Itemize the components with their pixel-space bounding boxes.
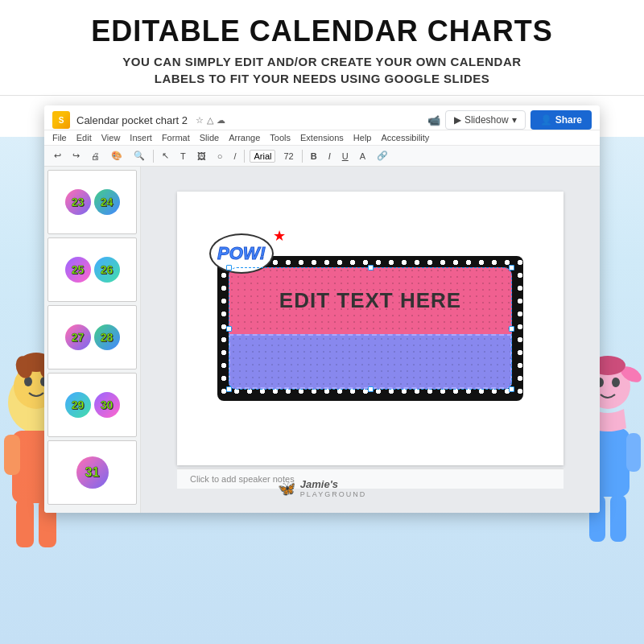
slideshow-icon: ▶ bbox=[454, 114, 461, 126]
title-icons: ☆ △ ☁ bbox=[196, 115, 225, 126]
meet-icon[interactable]: 📹 bbox=[427, 114, 440, 126]
circles-2: 25 26 bbox=[65, 257, 120, 283]
share-icon: 👤 bbox=[540, 114, 552, 126]
pow-star: ★ bbox=[273, 227, 286, 245]
circle-26: 26 bbox=[94, 257, 120, 283]
doc-title: Calendar pocket chart 2 bbox=[76, 114, 188, 126]
pow-text: POW! bbox=[217, 243, 266, 264]
toolbar-line[interactable]: / bbox=[230, 150, 239, 163]
slide-thumb-5[interactable]: 65 31 bbox=[47, 440, 137, 505]
menu-view[interactable]: View bbox=[101, 133, 121, 142]
star-icon: ☆ bbox=[196, 115, 204, 126]
slides-panel[interactable]: 61 23 24 62 25 26 63 bbox=[44, 167, 141, 513]
slide-canvas-area: EDIT TEXT HERE bbox=[141, 167, 600, 513]
pow-bubble: POW! ★ bbox=[209, 233, 282, 282]
menu-tools[interactable]: Tools bbox=[270, 133, 291, 142]
circle-29: 29 bbox=[65, 392, 91, 418]
menu-arrange[interactable]: Arrange bbox=[229, 133, 260, 142]
toolbar-print[interactable]: 🖨 bbox=[88, 150, 103, 163]
slide-thumb-4[interactable]: 64 29 30 bbox=[47, 373, 137, 437]
content-area: EDITABLE CALENDAR CHARTS YOU CAN SIMPLY … bbox=[0, 0, 644, 513]
page-wrapper: EDITABLE CALENDAR CHARTS YOU CAN SIMPLY … bbox=[0, 0, 644, 644]
toolbar-redo[interactable]: ↪ bbox=[69, 149, 83, 163]
logo-sub: PLAYGROUND bbox=[300, 490, 366, 498]
menu-edit[interactable]: Edit bbox=[76, 133, 92, 142]
circle-28: 28 bbox=[94, 324, 120, 350]
pow-cloud: POW! bbox=[209, 233, 274, 274]
circles-3: 27 28 bbox=[65, 324, 120, 350]
slides-mockup: S Calendar pocket chart 2 ☆ △ ☁ 📹 ▶ Slid… bbox=[44, 105, 600, 513]
slideshow-label: Slideshow bbox=[464, 114, 509, 126]
toolbar-textbox[interactable]: T bbox=[177, 150, 189, 163]
circles-1: 23 24 bbox=[65, 189, 120, 215]
toolbar-image[interactable]: 🖼 bbox=[194, 150, 209, 163]
toolbar-italic[interactable]: I bbox=[325, 150, 334, 163]
slide-thumb-2[interactable]: 62 25 26 bbox=[47, 237, 137, 302]
font-size[interactable]: 72 bbox=[280, 150, 296, 163]
slides-main: 61 23 24 62 25 26 63 bbox=[44, 167, 600, 513]
subtitle-line1: YOU CAN SIMPLY EDIT AND/OR CREATE YOUR O… bbox=[122, 55, 521, 68]
slideshow-button[interactable]: ▶ Slideshow ▾ bbox=[445, 110, 526, 130]
circle-30: 30 bbox=[94, 392, 120, 418]
slides-titlebar: S Calendar pocket chart 2 ☆ △ ☁ 📹 ▶ Slid… bbox=[44, 105, 600, 130]
toolbar-text-color[interactable]: A bbox=[357, 150, 369, 163]
share-button[interactable]: 👤 Share bbox=[530, 110, 592, 130]
header-right: 📹 ▶ Slideshow ▾ 👤 Share bbox=[427, 110, 592, 130]
subtitle-line2: LABELS TO FIT YOUR NEEDS USING GOOGLE SL… bbox=[155, 72, 490, 85]
circle-31: 31 bbox=[76, 456, 109, 489]
menu-insert[interactable]: Insert bbox=[130, 133, 152, 142]
menu-format[interactable]: Format bbox=[162, 133, 190, 142]
circle-27: 27 bbox=[65, 324, 91, 350]
toolbar-cursor[interactable]: ↖ bbox=[159, 149, 172, 163]
slide-canvas: EDIT TEXT HERE bbox=[177, 192, 564, 465]
sep3 bbox=[302, 150, 303, 163]
circle-23: 23 bbox=[65, 189, 91, 215]
slide-thumb-3[interactable]: 63 27 28 bbox=[47, 305, 137, 369]
logo-area: 🦋 Jamie's PLAYGROUND bbox=[278, 478, 366, 498]
sep2 bbox=[244, 150, 245, 163]
sep1 bbox=[153, 150, 154, 163]
slide-thumb-1[interactable]: 61 23 24 bbox=[47, 170, 137, 234]
circle-24: 24 bbox=[94, 189, 120, 215]
butterfly-icon: 🦋 bbox=[278, 480, 295, 497]
menu-extensions[interactable]: Extensions bbox=[300, 133, 344, 142]
card-inner: EDIT TEXT HERE bbox=[229, 267, 512, 390]
speaker-notes[interactable]: Click to add speaker notes bbox=[177, 469, 564, 489]
menu-file[interactable]: File bbox=[52, 133, 67, 142]
circle-25: 25 bbox=[65, 257, 91, 283]
label-card[interactable]: EDIT TEXT HERE bbox=[217, 256, 523, 401]
circles-5: 31 bbox=[76, 456, 109, 489]
slideshow-chevron: ▾ bbox=[512, 114, 517, 126]
toolbar-link[interactable]: 🔗 bbox=[374, 149, 391, 163]
font-selector[interactable]: Arial bbox=[250, 150, 275, 163]
share-label: Share bbox=[555, 114, 582, 126]
cloud-icon: ☁ bbox=[217, 115, 225, 126]
edit-text-label: EDIT TEXT HERE bbox=[279, 288, 461, 313]
toolbar-undo[interactable]: ↩ bbox=[51, 149, 64, 163]
main-title: EDITABLE CALENDAR CHARTS bbox=[16, 14, 628, 48]
toolbar-shape[interactable]: ○ bbox=[214, 150, 226, 163]
toolbar-bold[interactable]: B bbox=[308, 150, 320, 163]
menu-slide[interactable]: Slide bbox=[200, 133, 219, 142]
card-bottom-half bbox=[229, 334, 512, 389]
slides-toolbar: ↩ ↪ 🖨 🎨 🔍 ↖ T 🖼 ○ / Arial 72 B I U A 🔗 bbox=[44, 146, 600, 167]
toolbar-underline[interactable]: U bbox=[339, 150, 352, 163]
header: EDITABLE CALENDAR CHARTS YOU CAN SIMPLY … bbox=[0, 0, 644, 96]
logo-name: Jamie's bbox=[300, 478, 366, 490]
slides-menubar: File Edit View Insert Format Slide Arran… bbox=[44, 130, 600, 146]
slides-app-icon: S bbox=[52, 111, 70, 129]
toolbar-zoom[interactable]: 🔍 bbox=[130, 149, 148, 163]
drive-icon: △ bbox=[207, 115, 213, 126]
menu-accessibility[interactable]: Accessibility bbox=[381, 133, 429, 142]
toolbar-paint[interactable]: 🎨 bbox=[108, 149, 126, 163]
subtitle: YOU CAN SIMPLY EDIT AND/OR CREATE YOUR O… bbox=[16, 53, 628, 87]
menu-help[interactable]: Help bbox=[353, 133, 372, 142]
circles-4: 29 30 bbox=[65, 392, 120, 418]
